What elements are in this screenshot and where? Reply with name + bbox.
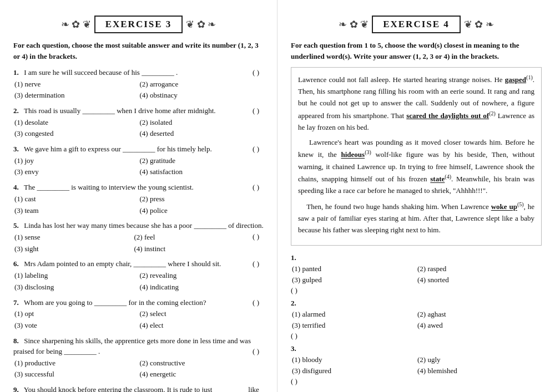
list-item: (3) successful	[13, 369, 139, 380]
list-item: (4) awed	[416, 320, 542, 332]
right-page: ❧ ✿ ❦ EXERCISE 4 ❦ ✿ ❧ For each question…	[278, 0, 555, 392]
list-item: (4) instinct	[133, 243, 253, 255]
list-item: (2) gratitude	[139, 155, 264, 167]
list-item: (3) terrified	[291, 320, 416, 332]
ex3-question-list: 1. I am sure he will succeed because of …	[13, 67, 264, 392]
options-row: (1) panted (2) rasped (3) gulped (4) sno…	[291, 263, 542, 296]
list-item: (4) energetic	[139, 369, 264, 380]
question-text: 1.	[291, 252, 542, 263]
list-item: (3) envy	[13, 166, 139, 178]
sup-3: (3)	[365, 149, 371, 155]
bracket: ( )	[253, 297, 259, 308]
options-row: (1) labeling (2) revealing (3) disclosin…	[13, 270, 264, 293]
bracket: ( )	[253, 231, 259, 242]
table-row: 5. Linda has lost her way many times bec…	[13, 220, 264, 254]
ex3-instructions: For each question, choose the most suita…	[13, 40, 264, 62]
bracket: ( )	[253, 105, 259, 116]
list-item: (1) cast	[13, 194, 139, 205]
deco-right-ex4: ❦ ✿ ❧	[464, 18, 494, 30]
list-item: (3) team	[13, 205, 139, 217]
q-number: 4.	[13, 182, 22, 193]
passage-para-2: Lawrence's heart was pounding as it move…	[298, 137, 534, 197]
options-row: (1) nerve (2) arrogance (3) determinatio…	[13, 79, 264, 102]
list-item: (1) productive	[13, 358, 139, 369]
bracket: ( )	[291, 286, 297, 295]
list-item: (2) revealing	[139, 270, 264, 282]
list-item: (3) vote	[13, 320, 139, 332]
exercise4-title-row: ❧ ✿ ❦ EXERCISE 4 ❦ ✿ ❧	[291, 16, 542, 33]
table-row: 1. I am sure he will succeed because of …	[13, 67, 264, 101]
question-text: 3. We gave him a gift to express our ___…	[13, 144, 264, 155]
bracket: ( )	[253, 258, 259, 269]
table-row: 6. Mrs Adam pointed to an empty chair, _…	[13, 258, 264, 293]
options-row: (1) alarmed (2) aghast (3) terrified (4)…	[291, 309, 542, 341]
list-item: (2) isolated	[139, 117, 264, 129]
q-number: 3.	[13, 144, 22, 155]
exercise3-title-row: ❧ ✿ ❦ EXERCISE 3 ❦ ✿ ❧	[13, 16, 264, 33]
q-number: 5.	[13, 220, 22, 231]
q-number: 8.	[13, 335, 22, 347]
list-item: (4) snorted	[416, 274, 542, 286]
table-row: 3. (1) bloody (2) ugly (3) disfigured (4…	[291, 343, 542, 386]
q-number: 9.	[13, 384, 22, 392]
sup-1: (1)	[526, 74, 533, 80]
sup-2: (2)	[489, 110, 496, 116]
list-item: (1) bloody	[291, 354, 416, 366]
underlined-phrase-2: scared the daylights out of	[406, 111, 489, 120]
question-text: 4.	[291, 389, 542, 392]
q-number: 7.	[13, 297, 22, 308]
question-text: 5. Linda has lost her way many times bec…	[13, 220, 264, 231]
list-item: (4) blemished	[416, 365, 542, 377]
list-item: (3) congested	[13, 128, 139, 140]
bracket: ( )	[253, 67, 259, 78]
list-item: (2) select	[139, 308, 264, 320]
bracket: ( )	[253, 182, 259, 193]
list-item: (1) alarmed	[291, 309, 416, 320]
list-item: (1) sense	[13, 232, 133, 243]
question-text: 2. This road is usually _________ when I…	[13, 105, 264, 116]
question-text: 7. Whom are you going to _________ for i…	[13, 297, 264, 308]
q-number: 1.	[13, 67, 22, 78]
list-item: (2) ugly	[416, 354, 542, 366]
q-number: 2.	[291, 298, 300, 309]
list-item: (1) desolate	[13, 117, 139, 129]
ex4-instructions: For each question from 1 to 5, choose th…	[291, 40, 542, 62]
list-item: (3) determination	[13, 90, 139, 101]
q-number: 1.	[291, 252, 300, 263]
table-row: 4. The _________ is waiting to interview…	[13, 182, 264, 216]
table-row: 2. (1) alarmed (2) aghast (3) terrified …	[291, 298, 542, 340]
options-row: (1) productive (2) constructive (3) succ…	[13, 358, 264, 381]
list-item: (2) aghast	[416, 309, 542, 320]
left-page: ❧ ✿ ❦ EXERCISE 3 ❦ ✿ ❧ For each question…	[0, 0, 278, 392]
list-item: (1) joy	[13, 155, 139, 167]
deco-left-ex4: ❧ ✿ ❦	[339, 18, 369, 30]
list-item: (2) rasped	[416, 263, 542, 275]
passage-para-3: Then, he found two huge hands shaking hi…	[298, 200, 534, 236]
list-item: (3) gulped	[291, 274, 416, 286]
table-row: 4. (1) position (2) circumstance (3) sha…	[291, 389, 542, 392]
options-row: (1) opt (2) select (3) vote (4) elect	[13, 308, 264, 332]
table-row: 1. (1) panted (2) rasped (3) gulped (4) …	[291, 252, 542, 295]
list-item: (4) elect	[139, 320, 264, 332]
q-number: 6.	[13, 258, 22, 269]
table-row: 7. Whom are you going to _________ for i…	[13, 297, 264, 332]
bracket: ( )	[291, 377, 297, 386]
sup-4: (4)	[445, 174, 451, 180]
question-text: 9. You should knock before entering the …	[13, 384, 264, 392]
table-row: 2. This road is usually _________ when I…	[13, 105, 264, 140]
question-text: 6. Mrs Adam pointed to an empty chair, _…	[13, 258, 264, 269]
list-item: (4) deserted	[139, 128, 264, 140]
underlined-word-4: state	[430, 175, 445, 184]
question-text: 8. Since sharpening his skills, the appr…	[13, 335, 264, 357]
question-text: 1. I am sure he will succeed because of …	[13, 67, 264, 78]
reading-passage: Lawrence could not fall asleep. He start…	[291, 67, 542, 246]
underlined-word-3: hideous	[341, 151, 365, 159]
underlined-word-1: gasped	[505, 75, 526, 84]
deco-right-ex3: ❦ ✿ ❧	[186, 18, 216, 30]
question-text: 3.	[291, 343, 542, 354]
list-item: (4) police	[139, 205, 264, 217]
question-text: 4. The _________ is waiting to interview…	[13, 182, 264, 193]
list-item: (2) constructive	[139, 358, 264, 369]
q-number: 2.	[13, 105, 22, 116]
page-container: ❧ ✿ ❦ EXERCISE 3 ❦ ✿ ❧ For each question…	[0, 0, 555, 392]
